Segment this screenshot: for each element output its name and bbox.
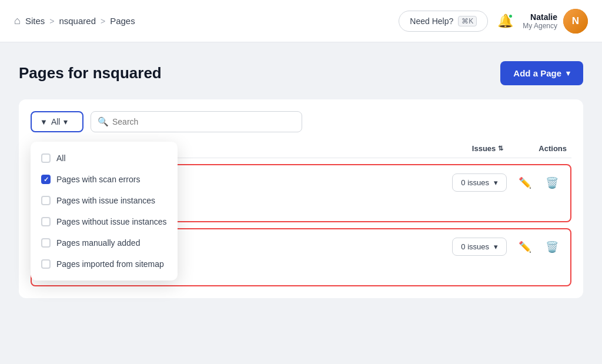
filter-button[interactable]: ▼ All ▾ [31,111,83,132]
issues-chevron-icon: ▾ [494,178,498,187]
sort-icon: ⇅ [498,145,503,152]
chevron-down-icon: ▾ [566,69,570,78]
user-profile[interactable]: Natalie My Agency N [523,9,588,34]
header-right: Need Help? ⌘K 🔔 Natalie My Agency N [399,9,588,34]
checkbox-manually-added [41,238,51,248]
user-agency: My Agency [523,22,557,30]
col-issues-header[interactable]: Issues ⇅ [472,144,503,153]
issues-label-1: 0 issues [461,178,489,187]
user-name: Natalie [523,12,557,22]
help-label: Need Help? [410,16,453,26]
home-icon: ⌂ [14,15,21,27]
breadcrumb-sep1: > [49,16,54,26]
add-page-label: Add a Page [513,68,561,78]
checkbox-from-sitemap [41,259,51,269]
table-container: ▼ All ▾ 🔍 All Pages with scan errors [19,99,583,298]
row-right-1: 0 issues ▾ ✏️ 🗑️ [452,173,561,192]
avatar-initial: N [563,9,588,34]
dropdown-item-scan-errors[interactable]: Pages with scan errors [31,169,178,190]
filter-icon: ▼ [40,118,48,126]
edit-icon-1[interactable]: ✏️ [516,174,534,192]
col-actions-header: Actions [539,144,567,153]
page-header: Pages for nsquared Add a Page ▾ [19,61,583,85]
header: ⌂ Sites > nsquared > Pages Need Help? ⌘K… [0,0,602,42]
checkbox-all [41,153,51,163]
dropdown-item-issue-instances[interactable]: Pages with issue instances [31,190,178,211]
filter-chevron-icon: ▾ [63,117,68,126]
dropdown-label-from-sitemap: Pages imported from sitemap [56,259,164,269]
search-icon: 🔍 [98,116,109,127]
breadcrumb-site[interactable]: nsquared [59,16,96,26]
delete-icon-2[interactable]: 🗑️ [543,238,561,256]
checkbox-no-issues [41,217,51,226]
edit-icon-2[interactable]: ✏️ [516,238,534,256]
dropdown-label-manually-added: Pages manually added [56,238,140,248]
col-issues-label: Issues [472,144,496,153]
search-wrapper: 🔍 [91,111,302,132]
page-title: Pages for nsquared [19,64,162,82]
dropdown-label-all: All [56,153,66,163]
dropdown-item-all[interactable]: All [31,148,178,169]
breadcrumb-pages[interactable]: Pages [110,16,135,26]
issues-button-2[interactable]: 0 issues ▾ [452,238,507,256]
checkbox-issue-instances [41,196,51,205]
breadcrumb-sep2: > [101,16,105,26]
breadcrumb: ⌂ Sites > nsquared > Pages [14,15,135,27]
dropdown-label-scan-errors: Pages with scan errors [56,175,140,184]
add-page-button[interactable]: Add a Page ▾ [500,61,583,85]
user-text: Natalie My Agency [523,12,557,30]
breadcrumb-sites[interactable]: Sites [25,16,45,26]
row-right-2: 0 issues ▾ ✏️ 🗑️ [452,238,561,256]
checkbox-scan-errors [41,175,51,184]
help-button[interactable]: Need Help? ⌘K [399,11,488,32]
notifications-bell[interactable]: 🔔 [497,14,513,29]
dropdown-label-issue-instances: Pages with issue instances [56,196,155,205]
filter-dropdown: All Pages with scan errors Pages with is… [31,142,178,280]
issues-label-2: 0 issues [461,242,489,251]
dropdown-item-manually-added[interactable]: Pages manually added [31,232,178,253]
filter-label: All [51,117,61,126]
notification-dot [508,14,513,19]
dropdown-item-no-issues[interactable]: Pages without issue instances [31,211,178,232]
search-input[interactable] [91,111,302,132]
issues-chevron-icon-2: ▾ [494,242,498,251]
delete-icon-1[interactable]: 🗑️ [543,174,561,192]
help-shortcut: ⌘K [458,16,477,26]
dropdown-label-no-issues: Pages without issue instances [56,217,167,226]
dropdown-item-from-sitemap[interactable]: Pages imported from sitemap [31,253,178,275]
issues-button-1[interactable]: 0 issues ▾ [452,173,507,192]
main-content: Pages for nsquared Add a Page ▾ ▼ All ▾ … [0,42,602,310]
filter-row: ▼ All ▾ 🔍 All Pages with scan errors [31,111,571,132]
avatar: N [563,9,588,34]
